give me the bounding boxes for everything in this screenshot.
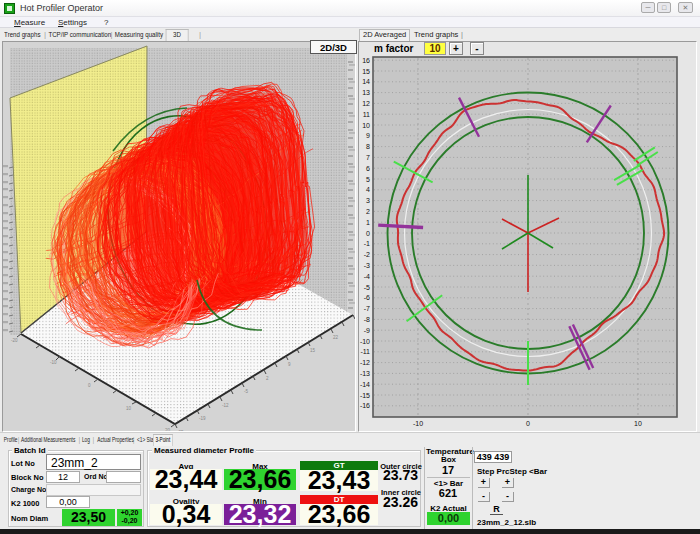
svg-text:-10: -10 (413, 420, 423, 427)
svg-text:9: 9 (366, 132, 370, 139)
svg-text:0: 0 (526, 420, 530, 427)
svg-text:0: 0 (366, 230, 370, 237)
svg-text:-19: -19 (199, 416, 206, 421)
svg-text:7: 7 (366, 154, 370, 161)
svg-text:-16: -16 (360, 402, 370, 409)
svg-text:-8: -8 (364, 316, 370, 323)
svg-text:-5: -5 (364, 284, 370, 291)
svg-text:-11: -11 (360, 348, 370, 355)
svg-text:-5: -5 (244, 389, 248, 394)
svg-text:-7: -7 (364, 305, 370, 312)
svg-text:-15: -15 (360, 392, 370, 399)
svg-text:4: 4 (366, 186, 370, 193)
svg-text:-6: -6 (364, 294, 370, 301)
svg-text:-2: -2 (364, 251, 370, 258)
svg-text:2: 2 (366, 208, 370, 215)
svg-text:-20: -20 (11, 338, 18, 343)
svg-text:12: 12 (362, 100, 370, 107)
svg-text:22: 22 (333, 335, 339, 340)
svg-text:-12: -12 (222, 403, 229, 408)
svg-text:-9: -9 (364, 327, 370, 334)
svg-text:13: 13 (362, 89, 370, 96)
svg-text:-10: -10 (50, 360, 57, 365)
svg-text:-14: -14 (360, 381, 370, 388)
svg-text:-1: -1 (364, 240, 370, 247)
svg-text:15: 15 (362, 68, 370, 75)
svg-text:-10: -10 (360, 338, 370, 345)
svg-text:-12: -12 (360, 359, 370, 366)
svg-text:6: 6 (366, 165, 370, 172)
svg-text:10: 10 (362, 122, 370, 129)
svg-text:14: 14 (362, 78, 370, 85)
svg-text:8: 8 (366, 143, 370, 150)
svg-text:15: 15 (310, 348, 316, 353)
svg-text:10: 10 (126, 406, 132, 411)
svg-text:29: 29 (355, 321, 361, 326)
svg-text:11: 11 (363, 111, 370, 118)
svg-text:3: 3 (366, 197, 370, 204)
svg-text:16: 16 (362, 57, 370, 64)
svg-text:10: 10 (634, 420, 642, 427)
svg-text:-3: -3 (364, 262, 370, 269)
svg-text:1: 1 (366, 219, 370, 226)
svg-text:-13: -13 (360, 370, 370, 377)
svg-text:5: 5 (366, 176, 370, 183)
svg-text:-4: -4 (364, 273, 370, 280)
